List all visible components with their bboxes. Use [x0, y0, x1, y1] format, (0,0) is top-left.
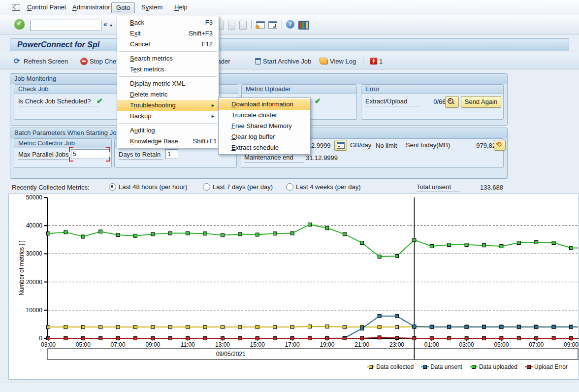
menu-item-back[interactable]: BackF3 [117, 17, 219, 28]
svg-text:05:00: 05:00 [76, 341, 91, 348]
radio-last-7-days-per-day[interactable]: Last 7 days (per day) [203, 183, 273, 191]
svg-text:09:00: 09:00 [564, 341, 579, 348]
focus-corner [69, 157, 73, 162]
menu-item-delete-metric[interactable]: Delete metric [117, 89, 219, 100]
svg-text:07:00: 07:00 [111, 341, 126, 348]
refresh-icon: ⟳ [14, 57, 22, 65]
enter-check-icon[interactable] [14, 19, 25, 30]
max-parallel-jobs-input[interactable]: 5 [71, 149, 109, 159]
metrics-line-chart: 0100002000030000400005000003:0005:0007:0… [9, 194, 579, 381]
radio-last-48-hours-per-hour[interactable]: Last 48 hours (per hour) [109, 183, 187, 191]
application-toolbar: ⟳ Refresh Screen Stop Che e Uploader Sta… [0, 53, 579, 69]
focus-corner [106, 147, 110, 152]
menu-separator [119, 76, 217, 77]
menu-item-audit-log[interactable]: Audit log [117, 125, 219, 136]
calendar-button[interactable] [334, 140, 347, 151]
status-strip [0, 383, 579, 392]
submenu-item-truncate-cluster[interactable]: Truncate cluster [219, 110, 310, 121]
svg-text:Number of metrics [ ]: Number of metrics [ ] [18, 240, 25, 295]
menubar-item-help[interactable]: Help [170, 2, 192, 12]
green-check-icon: ✔ [96, 97, 103, 105]
menubar-item-administrator[interactable]: Administrator [68, 2, 115, 12]
metric-collector-job-title: Metric Collector Job [14, 139, 111, 148]
toolbar-separator [363, 57, 363, 65]
new-session-icon[interactable] [256, 21, 265, 29]
chevron-down-icon[interactable]: ▾ [110, 23, 112, 28]
view-log-button[interactable]: View Log [320, 56, 356, 66]
svg-text:13:00: 13:00 [215, 341, 230, 348]
svg-text:10000: 10000 [26, 307, 43, 314]
collapse-toolbar-icon[interactable]: « [103, 20, 107, 28]
svg-text:09/05/2021: 09/05/2021 [216, 351, 246, 358]
svg-text:23:00: 23:00 [389, 341, 404, 348]
radio-last-4-weeks-per-day[interactable]: Last 4 weeks (per day) [286, 183, 361, 191]
send-again-button[interactable]: Send Again [461, 96, 501, 108]
svg-text:05:00: 05:00 [494, 341, 509, 348]
legend-item-data-unsent: Data unsent [421, 363, 462, 370]
create-shortcut-icon[interactable] [268, 21, 277, 29]
menubar-item-system[interactable]: System [137, 2, 167, 12]
shortcut-text: Shift+F1 [178, 136, 217, 147]
submenu-item-download-information[interactable]: Download information [219, 99, 310, 110]
page-bottom-icon[interactable] [239, 21, 247, 30]
system-menu-icon[interactable] [12, 4, 20, 11]
stop-check-button[interactable]: Stop Che [80, 56, 116, 66]
gb-per-day-value: No limit [376, 142, 397, 149]
total-unsent-label: Total unsent [417, 183, 460, 192]
submenu-item-extract-schedule[interactable]: Extract schedule [219, 142, 310, 153]
svg-text:19:00: 19:00 [320, 341, 334, 348]
submenu-item-free-shared-memory[interactable]: Free Shared Memory [219, 121, 310, 131]
max-parallel-jobs-label: Max Parallel Jobs [18, 151, 68, 160]
help-icon[interactable] [286, 20, 294, 29]
error-detail-button[interactable] [445, 96, 459, 108]
menu-separator [119, 123, 217, 124]
page-down-icon[interactable] [228, 21, 235, 30]
days-to-retain-input[interactable]: 1 [165, 149, 178, 159]
metrics-chart-panel: 0100002000030000400005000003:0005:0007:0… [8, 194, 579, 380]
command-input[interactable] [31, 21, 110, 30]
menu-item-backup[interactable]: Backup► [117, 111, 219, 122]
extract-upload-label: Extract/Upload [365, 98, 420, 106]
command-field[interactable]: ▾ [30, 20, 101, 31]
start-archive-job-button[interactable]: Start Archive Job [255, 56, 311, 66]
orange-loop-icon: ⟲ [496, 140, 502, 148]
menu-item-test-metrics[interactable]: Test metrics [117, 64, 219, 75]
menubar-item-control-panel[interactable]: Control Panel [23, 2, 70, 12]
chart-legend: Data collectedData unsentData uploadedUp… [367, 363, 568, 370]
radio-icon[interactable] [109, 183, 116, 191]
maintenance-end-label: Maintenance end [244, 154, 304, 163]
svg-text:17:00: 17:00 [285, 341, 300, 348]
menu-bar: Control PanelAdministratorGotoSystemHelp [0, 0, 579, 15]
radio-icon[interactable] [286, 183, 293, 191]
metrics-selector-bar: Recently Collected Metrics: Last 48 hour… [0, 182, 579, 193]
toolbar-separator [282, 20, 282, 29]
sap-window: Control PanelAdministratorGotoSystemHelp… [0, 0, 579, 392]
shortcut-text: F12 [187, 39, 213, 50]
svg-text:21:00: 21:00 [354, 341, 369, 348]
refresh-screen-button[interactable]: ⟳ Refresh Screen [14, 56, 68, 66]
submenu-item-clear-log-buffer[interactable]: Clear log buffer [219, 131, 310, 142]
resend-button[interactable]: ⟲ [494, 140, 506, 151]
layout-monitor-icon[interactable] [298, 21, 309, 30]
metric-collector-job-box: Metric Collector Job Max Parallel Jobs 5 [14, 138, 112, 168]
scroll-icon [320, 58, 328, 65]
goto-menu: BackF3ExitShift+F3CancelF12Search metric… [117, 16, 219, 148]
radio-icon[interactable] [203, 183, 210, 191]
menu-item-cancel[interactable]: CancelF12 [117, 39, 219, 50]
legend-item-data-collected: Data collected [367, 363, 414, 370]
screen-title-bar: PowerConnect for Spl [10, 38, 569, 51]
menu-item-search-metrics[interactable]: Search metrics [117, 53, 219, 64]
menu-item-exit[interactable]: ExitShift+F3 [117, 28, 219, 39]
menu-item-display-metric-xml[interactable]: Display metric XML [117, 78, 219, 89]
menubar-item-goto[interactable]: Goto [111, 2, 135, 13]
svg-text:07:00: 07:00 [529, 341, 544, 348]
legend-item-upload-error: Upload Error [525, 363, 568, 370]
menu-item-troubleshooting[interactable]: Troubleshooting► [117, 100, 219, 111]
page-title: PowerConnect for Spl [17, 40, 99, 49]
svg-text:20000: 20000 [26, 279, 43, 286]
svg-text:03:00: 03:00 [459, 341, 474, 348]
error-flag[interactable]: 1 [370, 56, 383, 66]
svg-text:09:00: 09:00 [145, 341, 160, 348]
svg-text:11:00: 11:00 [181, 341, 195, 348]
menu-item-knowledge-base[interactable]: Knowledge BaseShift+F1 [117, 136, 219, 147]
